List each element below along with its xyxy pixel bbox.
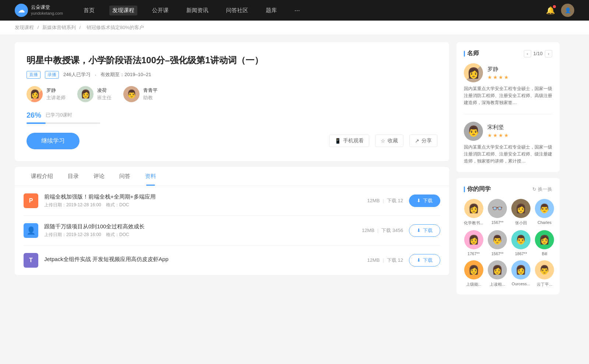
next-page-btn[interactable]: ›	[545, 50, 552, 57]
notification-bell[interactable]: 🔔	[546, 6, 555, 15]
student-name-6: 1867**	[515, 251, 527, 256]
action-buttons: 📱 手机观看 ☆ 收藏 ↗ 分享	[329, 135, 437, 147]
student-item-10: 👩 Ourcess...	[511, 260, 530, 287]
breadcrumb-series[interactable]: 新媒体营销系列	[42, 25, 76, 30]
breadcrumb-current: 销冠修炼术搞定80%的客户	[87, 25, 144, 30]
student-item-11: 👨 云丁平...	[535, 260, 554, 287]
tabs-section: 课程介绍 目录 评论 问答 资料 P 前端全栈加强版！前端全栈+全周期+多端应用…	[15, 167, 449, 275]
student-name-8: 上级能...	[466, 282, 482, 287]
student-name-10: Ourcess...	[512, 282, 530, 286]
nav-home[interactable]: 首页	[81, 6, 98, 15]
tab-resources[interactable]: 资料	[138, 167, 163, 186]
resource-meta-0: 上传日期：2019-12-28 16:00 格式：DOC	[44, 202, 361, 208]
navbar: ☁ 云朵课堂yundoketang.com 首页 发现课程 公开课 新闻资讯 问…	[0, 0, 589, 21]
star-icon: ☆	[381, 138, 385, 144]
nav-news[interactable]: 新闻资讯	[183, 6, 211, 15]
student-name-0: 化学教书...	[464, 220, 483, 226]
favorite-button[interactable]: ☆ 收藏	[375, 135, 403, 147]
teacher-role-1: 班主任	[97, 94, 112, 101]
tab-intro[interactable]: 课程介绍	[24, 167, 60, 186]
download-button-0[interactable]: ⬇ 下载	[409, 195, 440, 207]
progress-label: 已学习0课时	[46, 112, 72, 118]
tab-catalog[interactable]: 目录	[60, 167, 86, 186]
nav-bank[interactable]: 题库	[263, 6, 280, 15]
valid-until: 有效期至：2019–10–21	[100, 71, 151, 78]
student-item-6: 👨 1867**	[511, 230, 530, 256]
student-item-7: 👩 Bill	[535, 230, 554, 256]
resource-icon-0: P	[24, 193, 38, 208]
sidebar-avatar-0: 👩	[464, 63, 483, 82]
download-icon-2: ⬇	[417, 257, 421, 263]
student-name-5: 1567**	[491, 251, 504, 256]
logo[interactable]: ☁ 云朵课堂yundoketang.com	[15, 4, 63, 17]
teacher-name-0: 罗静	[46, 87, 66, 94]
teacher-avatar-2: 👨	[123, 86, 140, 102]
resource-stats-2: 12MB | 下载 12	[367, 257, 403, 264]
resource-size-1: 12MB	[362, 228, 374, 233]
refresh-icon: ↻	[532, 186, 536, 192]
teacher-item-1: 👩 凌荷 班主任	[77, 86, 112, 102]
nav-right: 🔔 👤	[546, 4, 574, 17]
download-icon-1: ⬇	[417, 228, 421, 233]
share-icon: ↗	[415, 138, 419, 144]
resource-item-2: T Jetpack全组件实战 开发短视频应用高仿皮皮虾App 12MB | 下载…	[24, 246, 440, 275]
badge-live: 直播	[27, 71, 40, 79]
student-avatar-3: 👨	[535, 199, 554, 218]
nav-qa[interactable]: 问答社区	[223, 6, 251, 15]
sidebar-teacher-name-1: 宋利坚	[487, 124, 509, 131]
continue-button[interactable]: 继续学习	[27, 133, 80, 149]
teacher-info-1: 凌荷 班主任	[97, 87, 112, 101]
student-name-9: 上读相...	[490, 282, 505, 287]
teacher-info-0: 罗静 主讲老师	[46, 87, 66, 101]
resource-downloads-0: 下载 12	[387, 197, 403, 204]
prev-page-btn[interactable]: ‹	[524, 50, 531, 57]
resource-name-0: 前端全栈加强版！前端全栈+全周期+多端应用	[44, 193, 361, 200]
student-name-11: 云丁平...	[537, 282, 552, 287]
mobile-watch-button[interactable]: 📱 手机观看	[329, 135, 369, 147]
teacher-role-2: 助教	[143, 94, 158, 101]
student-avatar-8: 👩	[464, 260, 483, 279]
teacher-name-1: 凌荷	[97, 87, 112, 94]
student-avatar-10: 👩	[511, 260, 530, 279]
resource-meta-1: 上传日期：2019-12-28 16:00 格式：DOC	[44, 232, 356, 238]
teachers-sidebar-card: 名师 ‹ 1/10 › 👩 罗静 ★★★★ 国内某重点大学安全工程专业硕士，国家…	[456, 42, 560, 172]
tab-qa[interactable]: 问答	[112, 167, 138, 186]
resource-stats-1: 12MB | 下载 3456	[362, 227, 403, 234]
user-avatar-nav[interactable]: 👤	[561, 4, 574, 17]
favorite-label: 收藏	[388, 138, 398, 144]
resource-icon-2: T	[24, 253, 38, 268]
student-item-1: 👓 1567**	[488, 199, 507, 226]
teachers-sidebar-title: 名师	[464, 50, 479, 57]
nav-more[interactable]: ···	[292, 5, 303, 16]
nav-open[interactable]: 公开课	[149, 6, 172, 15]
progress-section: 26% 已学习0课时	[27, 111, 437, 124]
sidebar-teacher-1: 👨 宋利坚 ★★★★ 国内某重点大学安全工程专业硕士，国家一级注册消防工程师、注…	[464, 122, 552, 165]
tab-review[interactable]: 评论	[86, 167, 112, 186]
progress-pct: 26%	[27, 111, 41, 119]
student-item-8: 👩 上级能...	[464, 260, 483, 287]
teachers-sidebar-header: 名师 ‹ 1/10 ›	[464, 50, 552, 57]
refresh-button[interactable]: ↻ 换一换	[532, 186, 552, 193]
resource-name-1: 跟随千万级项目从0到100全过程高效成长	[44, 223, 356, 230]
teacher-info-2: 青青平 助教	[143, 87, 158, 101]
course-meta: 直播 录播 246人已学习 · 有效期至：2019–10–21	[27, 71, 437, 79]
teacher-avatar-0: 👩	[27, 86, 43, 102]
teachers-list: 👩 罗静 主讲老师 👩 凌荷 班主任 👨 青青平	[27, 86, 437, 102]
download-button-2[interactable]: ⬇ 下载	[409, 254, 440, 267]
student-avatar-9: 👩	[488, 260, 507, 279]
share-button[interactable]: ↗ 分享	[409, 135, 437, 147]
student-avatar-1: 👓	[488, 199, 507, 218]
student-item-5: 👨 1567**	[488, 230, 507, 256]
breadcrumb-discover[interactable]: 发现课程	[15, 25, 34, 30]
student-avatar-6: 👨	[511, 230, 530, 249]
course-actions: 继续学习 📱 手机观看 ☆ 收藏 ↗ 分享	[27, 133, 437, 149]
download-button-1[interactable]: ⬇ 下载	[409, 224, 440, 237]
sidebar-teacher-top-0: 👩 罗静 ★★★★	[464, 63, 552, 82]
resource-stats-0: 12MB | 下载 12	[367, 197, 403, 204]
nav-discover[interactable]: 发现课程	[109, 6, 137, 15]
progress-header: 26% 已学习0课时	[27, 111, 437, 119]
student-item-3: 👨 Charles	[535, 199, 554, 226]
students-header: 你的同学 ↻ 换一换	[464, 185, 552, 193]
notification-dot	[553, 5, 556, 8]
share-label: 分享	[422, 138, 432, 144]
